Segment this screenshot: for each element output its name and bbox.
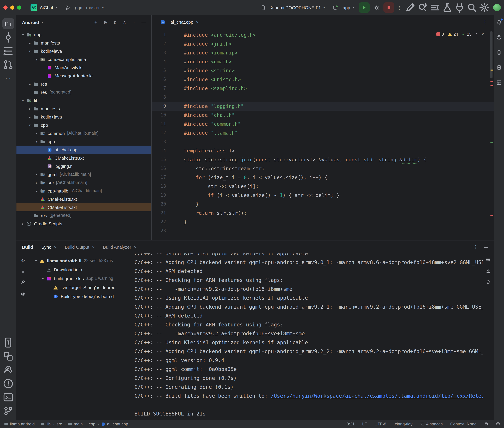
project-item-messageadapter-kt[interactable]: MessageAdapter.kt — [17, 72, 151, 80]
build-console[interactable]: C/C++: -- Using KleidiAI optimized kerne… — [130, 254, 483, 420]
project-item-common[interactable]: ▸common[AiChat.lib.main] — [17, 129, 151, 137]
search-code-icon[interactable] — [417, 2, 428, 13]
chevron-right-icon[interactable]: ▸ — [34, 181, 40, 184]
pin-icon[interactable] — [20, 280, 26, 286]
project-item-logging-h[interactable]: Hlogging.h — [17, 162, 151, 170]
console-file-link[interactable]: /Users/hanyin/Workspace/ai-chat/examples… — [271, 393, 483, 399]
project-item-manifests[interactable]: ▸manifests — [17, 39, 151, 47]
project-item-res[interactable]: res(generated) — [17, 211, 151, 220]
code-line-2[interactable]: 2#include <jni.h> — [152, 39, 494, 48]
build-tool-button[interactable] — [2, 364, 14, 375]
chevron-down-icon[interactable]: ▾ — [27, 49, 33, 53]
chevron-down-icon[interactable]: ▾ — [34, 57, 40, 61]
context-widget[interactable]: Context: None — [450, 422, 477, 427]
error-stripe[interactable] — [490, 81, 493, 82]
breadcrumb-cpp[interactable]: cpp — [89, 422, 95, 427]
chevron-right-icon[interactable]: ▸ — [27, 115, 33, 119]
collapse-all-button[interactable]: ∧ — [120, 18, 129, 26]
indent-widget[interactable]: 4 spaces — [420, 422, 443, 427]
project-item-src[interactable]: ▸src[AiChat.lib.main] — [17, 179, 151, 187]
chevron-down-icon[interactable]: ▾ — [27, 123, 33, 127]
notifications-button[interactable] — [495, 18, 503, 26]
caret-position-widget[interactable]: 9:21 — [347, 422, 355, 427]
code-line-14[interactable]: 14template<class T> — [152, 146, 494, 155]
hide-panel-button[interactable]: — — [140, 18, 148, 26]
code-line-8[interactable]: 8 — [152, 93, 494, 102]
line-number[interactable]: 22 — [152, 217, 166, 226]
device-manager-tool-button[interactable] — [495, 48, 503, 57]
project-item-ggml[interactable]: ▸ggml[AiChat.lib.main] — [17, 170, 151, 179]
code-line-6[interactable]: 6#include <unistd.h> — [152, 75, 494, 84]
breadcrumb-llama-android[interactable]: llama.android — [4, 422, 35, 427]
stop-button[interactable] — [383, 2, 394, 13]
code-line-3[interactable]: 3#include <iomanip> — [152, 48, 494, 57]
project-view-mode[interactable]: Android — [22, 20, 39, 25]
error-stripe[interactable] — [490, 215, 493, 216]
code-line-22[interactable]: 22} — [152, 217, 494, 226]
code-editor[interactable]: !3 24 ✓15 ∧ ∨ 1#include <android/log.h>2… — [152, 29, 494, 240]
scroll-to-end-button[interactable] — [486, 268, 491, 274]
code-line-17[interactable]: 17 for (size_t i = 0; i < values.size();… — [152, 173, 494, 182]
inspections-widget[interactable]: !3 24 ✓15 ∧ ∨ — [436, 32, 484, 37]
restart-build-button[interactable]: ↻ — [21, 258, 25, 264]
line-number[interactable]: 23 — [152, 226, 166, 235]
code-line-10[interactable]: 10#include "chat.h" — [152, 111, 494, 120]
build-item-build-gradle-kts[interactable]: ▾build.gradle.ktsapp 1 warning — [29, 274, 130, 283]
project-item-manifests[interactable]: ▸manifests — [17, 105, 151, 113]
running-devices-tool-button[interactable] — [2, 337, 14, 348]
minimize-window-button[interactable] — [10, 6, 14, 10]
close-window-button[interactable] — [3, 6, 8, 10]
code-line-21[interactable]: 21 return str.str(); — [152, 209, 494, 217]
editor-options-button[interactable]: ⋮ — [479, 19, 491, 25]
device-selector[interactable]: Xiaomi POCOPHONE F1 ▾ — [257, 2, 328, 13]
project-item-cpp[interactable]: ▾cpp — [17, 121, 151, 129]
build-tab-sync[interactable]: Sync× — [41, 244, 57, 249]
line-number[interactable]: 13 — [152, 137, 166, 146]
editor-tab-ai-chat-cpp[interactable]: + ai_chat.cpp × — [156, 16, 202, 29]
commit-tool-button[interactable] — [2, 32, 14, 43]
chevron-down-icon[interactable]: ▾ — [40, 277, 46, 280]
more-tool-windows-button[interactable]: ⋯ — [2, 73, 14, 84]
list-settings-icon[interactable] — [429, 2, 440, 13]
line-number[interactable]: 1 — [152, 31, 166, 39]
settings-gear-icon[interactable] — [479, 2, 490, 13]
ok-stripe[interactable] — [490, 142, 493, 143]
build-tab-build-analyzer[interactable]: Build Analyzer× — [103, 244, 137, 249]
breadcrumb-ai-chat-cpp[interactable]: +ai_chat.cpp — [101, 422, 128, 427]
vcs-branch-selector[interactable]: ggml-master ▾ — [61, 2, 107, 13]
chevron-down-icon[interactable]: ▾ — [20, 99, 26, 102]
code-line-15[interactable]: 15static std::string join(const std::vec… — [152, 155, 494, 164]
add-button[interactable]: ＋ — [92, 18, 100, 26]
hide-build-panel-button[interactable]: — — [484, 244, 488, 249]
project-item-kotlin-java[interactable]: ▾kotlin+java — [17, 47, 151, 55]
project-item-res[interactable]: ▸res — [17, 80, 151, 88]
scrollbar-thumb[interactable] — [490, 31, 492, 78]
project-item-cmakelists-txt[interactable]: CMakeLists.txt — [17, 195, 151, 203]
project-tool-button[interactable] — [2, 18, 14, 29]
chevron-down-icon[interactable]: ▾ — [34, 140, 40, 143]
line-number[interactable]: 19 — [152, 191, 166, 200]
pencil-icon[interactable] — [405, 2, 416, 13]
line-number[interactable]: 16 — [152, 164, 166, 173]
line-number[interactable]: 11 — [152, 120, 166, 128]
code-line-16[interactable]: 16 std::ostringstream str; — [152, 164, 494, 173]
project-item-cmakelists-txt[interactable]: CMakeLists.txt — [17, 203, 151, 211]
code-line-20[interactable]: 20 } — [152, 200, 494, 209]
line-number[interactable]: 4 — [152, 57, 166, 66]
options-menu-button[interactable]: ⋮ — [130, 18, 138, 26]
run-configuration-selector[interactable]: app ▾ — [329, 2, 357, 13]
error-count[interactable]: !3 — [436, 32, 444, 36]
close-tab-icon[interactable]: × — [92, 244, 95, 249]
inspection-status-icon[interactable] — [496, 421, 500, 427]
chevron-down-icon[interactable]: ▾ — [33, 259, 39, 263]
lock-icon[interactable] — [484, 421, 488, 427]
user-avatar[interactable] — [493, 4, 501, 11]
zoom-window-button[interactable] — [17, 6, 21, 10]
code-line-12[interactable]: 12#include "llama.h" — [152, 128, 494, 137]
line-number[interactable]: 6 — [152, 75, 166, 84]
chevron-right-icon[interactable]: ▸ — [34, 131, 40, 135]
eye-icon[interactable] — [20, 291, 26, 298]
version-control-tool-button[interactable] — [2, 405, 14, 416]
running-devices-tool-button-right[interactable] — [495, 63, 503, 72]
locate-file-button[interactable]: ⊕ — [101, 18, 109, 26]
